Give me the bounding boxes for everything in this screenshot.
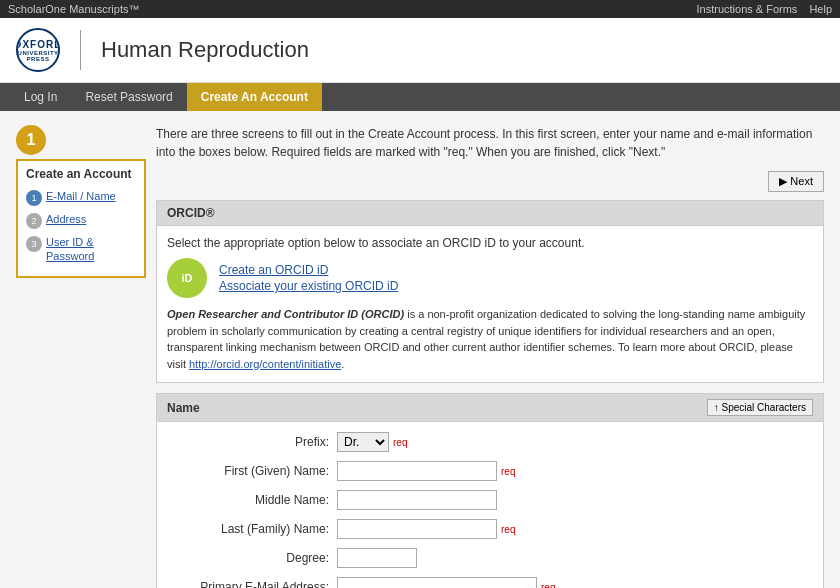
wizard-step-badge: 1	[16, 125, 46, 155]
orcid-website-link[interactable]: http://orcid.org/content/initiative	[189, 358, 341, 370]
orcid-links-col: Create an ORCID iD Associate your existi…	[219, 263, 398, 293]
email-input[interactable]	[337, 577, 537, 588]
wizard-box: Create an Account 1 E-Mail / Name 2 Addr…	[16, 159, 146, 278]
wizard-step-2[interactable]: 2 Address	[26, 212, 136, 229]
header-divider	[80, 30, 81, 70]
middle-name-row: Middle Name:	[167, 488, 813, 512]
last-name-req: req	[501, 524, 515, 535]
email-label: Primary E-Mail Address:	[167, 580, 337, 588]
nav-reset-password[interactable]: Reset Password	[71, 83, 186, 111]
nav-login[interactable]: Log In	[10, 83, 71, 111]
associate-orcid-link[interactable]: Associate your existing ORCID iD	[219, 279, 398, 293]
wizard-step-3-num: 3	[26, 236, 42, 252]
logo-area: OXFORD UNIVERSITY PRESS	[16, 28, 60, 72]
orcid-section: ORCID® Select the appropriate option bel…	[156, 200, 824, 383]
last-name-input[interactable]	[337, 519, 497, 539]
instructions-forms-link[interactable]: Instructions & Forms	[697, 3, 798, 15]
first-name-row: First (Given) Name: req	[167, 459, 813, 483]
wizard-step-2-label: Address	[46, 212, 86, 226]
email-row: Primary E-Mail Address: req	[167, 575, 813, 588]
help-link[interactable]: Help	[809, 3, 832, 15]
orcid-links-row: iD Create an ORCID iD Associate your exi…	[167, 258, 813, 298]
top-bar-links: Instructions & Forms Help	[697, 3, 832, 15]
wizard-step-1-label: E-Mail / Name	[46, 189, 116, 203]
special-chars-button[interactable]: ↑ Special Characters	[707, 399, 813, 416]
journal-title: Human Reproduction	[101, 37, 309, 63]
orcid-section-header: ORCID®	[157, 201, 823, 226]
first-name-label: First (Given) Name:	[167, 464, 337, 478]
prefix-label: Prefix:	[167, 435, 337, 449]
next-btn-row: ▶ Next	[156, 171, 824, 192]
wizard-step-1[interactable]: 1 E-Mail / Name	[26, 189, 136, 206]
name-form-body: Prefix: Dr. Mr. Mrs. Ms. Prof. req First…	[157, 422, 823, 588]
middle-name-label: Middle Name:	[167, 493, 337, 507]
content-panel: There are three screens to fill out in t…	[156, 125, 824, 588]
degree-label: Degree:	[167, 551, 337, 565]
oxford-logo: OXFORD UNIVERSITY PRESS	[16, 28, 60, 72]
top-bar: ScholarOne Manuscripts™ Instructions & F…	[0, 0, 840, 18]
wizard-step-1-num: 1	[26, 190, 42, 206]
main-content: 1 Create an Account 1 E-Mail / Name 2 Ad…	[0, 111, 840, 588]
last-name-label: Last (Family) Name:	[167, 522, 337, 536]
app-name: ScholarOne Manuscripts™	[8, 3, 139, 15]
name-section-title: Name	[167, 401, 200, 415]
orcid-description: Open Researcher and Contributor ID (ORCI…	[167, 306, 813, 372]
wizard-step-3-label: User ID & Password	[46, 235, 136, 264]
middle-name-input[interactable]	[337, 490, 497, 510]
email-req: req	[541, 582, 555, 589]
wizard-step-3[interactable]: 3 User ID & Password	[26, 235, 136, 264]
prefix-req: req	[393, 437, 407, 448]
orcid-logo: iD	[167, 258, 207, 298]
next-button[interactable]: ▶ Next	[768, 171, 824, 192]
wizard-box-title: Create an Account	[26, 167, 136, 181]
orcid-section-body: Select the appropriate option below to a…	[157, 226, 823, 382]
wizard-sidebar: 1 Create an Account 1 E-Mail / Name 2 Ad…	[16, 125, 146, 588]
degree-input[interactable]	[337, 548, 417, 568]
nav-bar: Log In Reset Password Create An Account	[0, 83, 840, 111]
last-name-row: Last (Family) Name: req	[167, 517, 813, 541]
degree-row: Degree:	[167, 546, 813, 570]
prefix-row: Prefix: Dr. Mr. Mrs. Ms. Prof. req	[167, 430, 813, 454]
nav-create-account[interactable]: Create An Account	[187, 83, 322, 111]
name-section-header: Name ↑ Special Characters	[157, 394, 823, 422]
prefix-select[interactable]: Dr. Mr. Mrs. Ms. Prof.	[337, 432, 389, 452]
name-section: Name ↑ Special Characters Prefix: Dr. Mr…	[156, 393, 824, 588]
intro-text-content: There are three screens to fill out in t…	[156, 127, 812, 159]
orcid-select-text: Select the appropriate option below to a…	[167, 236, 813, 250]
create-orcid-link[interactable]: Create an ORCID iD	[219, 263, 398, 277]
first-name-req: req	[501, 466, 515, 477]
wizard-step-2-num: 2	[26, 213, 42, 229]
intro-text: There are three screens to fill out in t…	[156, 125, 824, 161]
header: OXFORD UNIVERSITY PRESS Human Reproducti…	[0, 18, 840, 83]
first-name-input[interactable]	[337, 461, 497, 481]
